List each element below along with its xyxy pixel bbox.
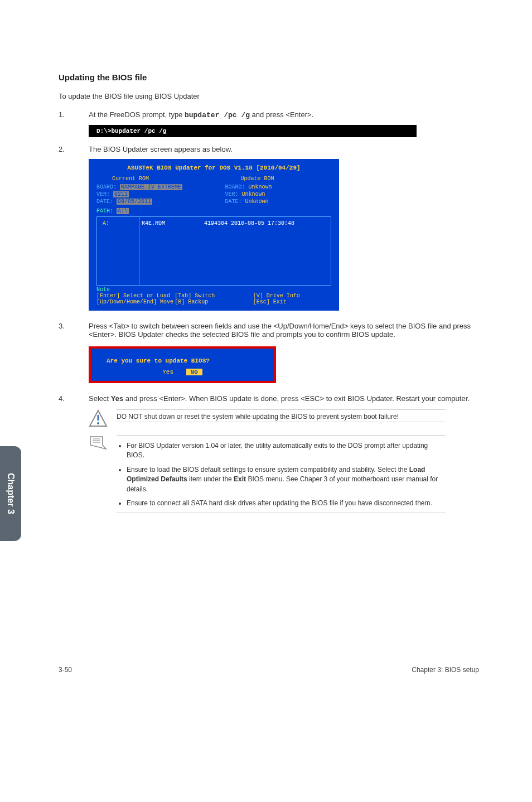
step-number: 2. [59,145,89,153]
text: Select [89,394,111,403]
text: and press <Enter>. When BIOS update is d… [123,394,470,403]
file-meta: 4194304 2010-08-05 17:30:48 [204,220,294,282]
note-item: Ensure to connect all SATA hard disk dri… [127,499,446,508]
note-label: Note [96,287,331,293]
hint: [Esc] Exit [253,299,331,305]
step-number: 3. [59,322,89,339]
field-key: VER: [225,191,242,197]
confirm-dialog: Are you sure to update BIOS? Yes No [89,346,276,383]
hint: [B] Backup [175,299,253,305]
field-value: A:\ [117,208,129,214]
text: item under the [187,475,234,483]
panel-label: Current ROM [112,176,203,182]
field-value: Unknown [245,199,269,205]
warning-icon [89,409,108,428]
bold-text: Yes [111,394,123,403]
section-heading: Updating the BIOS file [59,73,479,82]
field-key: PATH: [96,208,117,214]
svg-point-2 [97,422,99,424]
page-number: 3-50 [59,666,72,674]
note-item: Ensure to load the BIOS default settings… [127,465,446,494]
field-value: 09/05/2011 [117,199,152,205]
terminal-output: D:\>bupdater /pc /g [89,125,417,137]
field-value: Unknown [242,191,265,197]
field-key: DATE: [96,199,117,205]
hint: [Up/Down/Home/End] Move [96,299,175,305]
step-text: At the FreeDOS prompt, type bupdater /pc… [89,110,479,119]
bios-updater-screen: ASUSTeK BIOS Updater for DOS V1.18 [2010… [89,159,339,311]
note-item: For BIOS Updater version 1.04 or later, … [127,441,446,461]
step-3: 3. Press <Tab> to switch between screen … [59,322,479,339]
field-key: DATE: [225,199,245,205]
current-rom-panel: Current ROM BOARD: RAMPAGE IV EXTREME VE… [96,177,203,205]
bold-text: Exit [234,475,246,483]
text: Ensure to load the BIOS default settings… [127,466,409,474]
path-line: PATH: A:\ [90,205,338,215]
confirm-question: Are you sure to update BIOS? [99,357,266,364]
text: At the FreeDOS prompt, type [89,110,185,119]
step-text: The BIOS Updater screen appears as below… [89,145,479,153]
hint: [Enter] Select or Load [96,293,175,299]
field-key: VER: [96,191,113,197]
info-callout: For BIOS Updater version 1.04 or later, … [89,435,446,513]
page-footer: 3-50 Chapter 3: BIOS setup [59,666,479,674]
field-key: BOARD: [96,184,120,190]
hint: [V] Drive Info [253,293,331,299]
step-text: Select Yes and press <Enter>. When BIOS … [89,394,479,403]
step-1: 1. At the FreeDOS prompt, type bupdater … [59,110,479,119]
field-key: BOARD: [225,184,249,190]
update-rom-panel: Update ROM BOARD: Unknown VER: Unknown D… [225,177,332,205]
field-value: 0211 [113,191,129,197]
chapter-label: Chapter 3: BIOS setup [412,666,479,674]
file-name: R4E.ROM [142,220,165,282]
text: and press <Enter>. [250,110,313,119]
warning-text: DO NOT shut down or reset the system whi… [117,409,446,422]
intro-text: To update the BIOS file using BIOS Updat… [59,92,479,100]
step-2: 2. The BIOS Updater screen appears as be… [59,145,479,153]
step-number: 1. [59,110,89,119]
step-number: 4. [59,394,89,403]
bios-title: ASUSTeK BIOS Updater for DOS V1.18 [2010… [90,160,338,177]
step-text: Press <Tab> to switch between screen fie… [89,322,479,339]
panel-label: Update ROM [241,176,332,182]
no-option: No [186,369,202,375]
file-list: A: R4E.ROM 4194304 2010-08-05 17:30:48 [96,216,331,286]
command-inline: bupdater /pc /g [185,111,250,119]
warning-callout: DO NOT shut down or reset the system whi… [89,409,446,428]
note-icon [89,435,108,451]
yes-option: Yes [162,369,173,375]
step-4: 4. Select Yes and press <Enter>. When BI… [59,394,479,403]
field-value: Unknown [249,184,272,190]
drive-letter: A: [97,217,139,285]
hint: [Tab] Switch [175,293,253,299]
field-value: RAMPAGE IV EXTREME [120,184,182,190]
